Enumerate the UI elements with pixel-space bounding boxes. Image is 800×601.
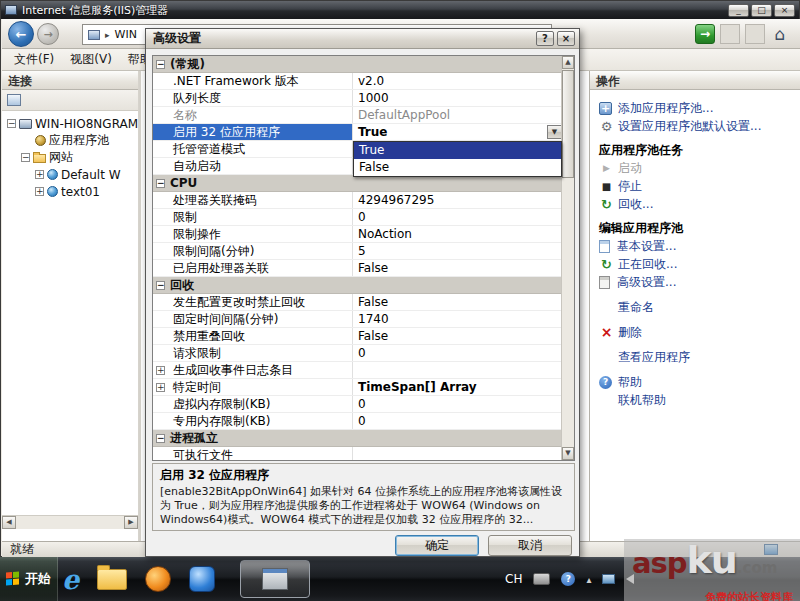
property-label: 虚拟内存限制(KB): [173, 396, 270, 412]
dialog-titlebar[interactable]: 高级设置 ? ×: [146, 29, 579, 49]
actions-header: 操作: [590, 71, 800, 90]
add-connection-icon[interactable]: [7, 94, 21, 106]
expand-icon[interactable]: +: [35, 187, 44, 196]
grid-property-row[interactable]: 专用内存限制(KB)0: [153, 413, 563, 430]
action-group-header: 编辑应用程序池: [599, 220, 796, 237]
property-value: DefaultAppPool: [358, 108, 450, 122]
start-button[interactable]: 开始: [0, 557, 58, 601]
grid-property-row[interactable]: 队列长度1000: [153, 90, 563, 107]
folder-icon: [33, 154, 46, 163]
collapse-icon[interactable]: −: [156, 60, 165, 69]
action-set-app-pool-defaults[interactable]: 设置应用程序池默认设置...: [599, 117, 796, 135]
scroll-right-icon[interactable]: [124, 516, 138, 529]
action-label: 重命名: [618, 299, 654, 316]
property-label: 已启用处理器关联: [173, 260, 269, 276]
back-button[interactable]: [8, 21, 34, 47]
expand-icon[interactable]: +: [156, 383, 165, 392]
home-icon[interactable]: [770, 24, 790, 44]
tree-node[interactable]: +text01: [2, 183, 138, 200]
menu-item[interactable]: 文件(F): [6, 49, 62, 70]
dropdown-button-icon[interactable]: [547, 125, 562, 139]
app-pool-icon: [35, 135, 46, 146]
grid-property-row[interactable]: 请求限制0: [153, 345, 563, 362]
grid-property-row[interactable]: .NET Framework 版本v2.0: [153, 73, 563, 90]
dropdown-option[interactable]: False: [354, 159, 561, 176]
action-advanced-settings[interactable]: 高级设置...: [599, 273, 796, 291]
vertical-scrollbar[interactable]: [561, 56, 574, 460]
action-recycle[interactable]: 回收...: [599, 195, 796, 213]
grid-property-row[interactable]: 限制0: [153, 209, 563, 226]
grid-property-row[interactable]: 名称DefaultAppPool: [153, 107, 563, 124]
collapse-icon[interactable]: −: [156, 281, 165, 290]
action-online-help[interactable]: 联机帮助: [599, 391, 796, 409]
minimize-button[interactable]: _: [728, 4, 749, 17]
action-rename[interactable]: 重命名: [599, 298, 796, 316]
ok-button[interactable]: 确定: [395, 535, 479, 556]
action-delete[interactable]: 删除: [599, 323, 796, 341]
action-label: 高级设置...: [617, 274, 676, 291]
system-tray: CH: [505, 557, 634, 601]
scroll-down-icon[interactable]: [562, 447, 574, 460]
messenger-icon[interactable]: [189, 566, 215, 592]
grid-property-row[interactable]: 固定时间间隔(分钟)1740: [153, 311, 563, 328]
tree-node[interactable]: −WIN-HIO8NGRAMNE: [2, 115, 138, 132]
printer-icon[interactable]: [533, 573, 550, 585]
grid-category-row[interactable]: −进程孤立: [153, 430, 563, 447]
chevron-up-icon[interactable]: [586, 574, 591, 585]
collapse-icon[interactable]: −: [156, 434, 165, 443]
grid-property-row[interactable]: 已启用处理器关联False: [153, 260, 563, 277]
window-titlebar[interactable]: Internet 信息服务(IIS)管理器 _ □ ×: [1, 1, 799, 19]
grid-property-row[interactable]: 启用 32 位应用程序True: [153, 124, 563, 141]
action-view-applications[interactable]: 查看应用程序: [599, 348, 796, 366]
expand-icon[interactable]: +: [156, 366, 165, 375]
grid-property-row[interactable]: +生成回收事件日志条目: [153, 362, 563, 379]
action-add-app-pool[interactable]: 添加应用程序池...: [599, 99, 796, 117]
browser-icon[interactable]: [145, 566, 171, 592]
iis-manager-taskbar-button[interactable]: [240, 560, 310, 598]
grid-property-row[interactable]: 发生配置更改时禁止回收False: [153, 294, 563, 311]
collapse-icon[interactable]: −: [156, 179, 165, 188]
green-arrow-icon[interactable]: [695, 24, 715, 44]
maximize-button[interactable]: □: [751, 4, 772, 17]
action-recycling[interactable]: 正在回收...: [599, 255, 796, 273]
menu-item[interactable]: 视图(V): [62, 49, 120, 70]
internet-explorer-icon[interactable]: [62, 566, 79, 593]
grid-category-row[interactable]: −CPU: [153, 175, 563, 192]
dialog-help-icon[interactable]: ?: [536, 31, 554, 46]
grid-property-row[interactable]: 限制间隔(分钟)5: [153, 243, 563, 260]
scroll-up-icon[interactable]: [562, 56, 574, 69]
connections-header: 连接: [2, 71, 138, 90]
tree-node[interactable]: −网站: [2, 149, 138, 166]
scroll-left-icon[interactable]: [2, 516, 16, 529]
dropdown-option[interactable]: True: [354, 142, 561, 159]
grid-property-row[interactable]: 处理器关联掩码4294967295: [153, 192, 563, 209]
advanced-settings-icon: [599, 276, 610, 289]
grid-property-row[interactable]: +特定时间TimeSpan[] Array: [153, 379, 563, 396]
expand-icon[interactable]: +: [35, 170, 44, 179]
forward-button[interactable]: [37, 23, 59, 45]
collapse-icon[interactable]: −: [7, 119, 16, 128]
close-button[interactable]: ×: [774, 4, 795, 17]
grid-category-row[interactable]: −(常规): [153, 56, 563, 73]
scrollbar-thumb[interactable]: [562, 70, 574, 178]
action-help[interactable]: 帮助: [599, 373, 796, 391]
dialog-close-icon[interactable]: ×: [557, 31, 575, 46]
grid-property-row[interactable]: 虚拟内存限制(KB)0: [153, 396, 563, 413]
tray-display-icon[interactable]: [602, 574, 615, 584]
horizontal-scrollbar[interactable]: [2, 515, 138, 529]
property-label: 发生配置更改时禁止回收: [173, 294, 305, 310]
tree-node[interactable]: +Default W: [2, 166, 138, 183]
grid-category-row[interactable]: −回收: [153, 277, 563, 294]
action-basic-settings[interactable]: 基本设置...: [599, 237, 796, 255]
file-explorer-icon[interactable]: [97, 569, 127, 590]
language-indicator[interactable]: CH: [505, 572, 522, 586]
collapse-icon[interactable]: −: [21, 153, 30, 162]
grid-property-row[interactable]: 可执行文件: [153, 447, 563, 461]
grid-property-row[interactable]: 限制操作NoAction: [153, 226, 563, 243]
tree-node[interactable]: 应用程序池: [2, 132, 138, 149]
cancel-button[interactable]: 取消: [488, 535, 572, 556]
action-stop[interactable]: 停止: [599, 177, 796, 195]
category-label: CPU: [170, 176, 197, 190]
tray-help-icon[interactable]: [561, 572, 575, 586]
grid-property-row[interactable]: 禁用重叠回收False: [153, 328, 563, 345]
